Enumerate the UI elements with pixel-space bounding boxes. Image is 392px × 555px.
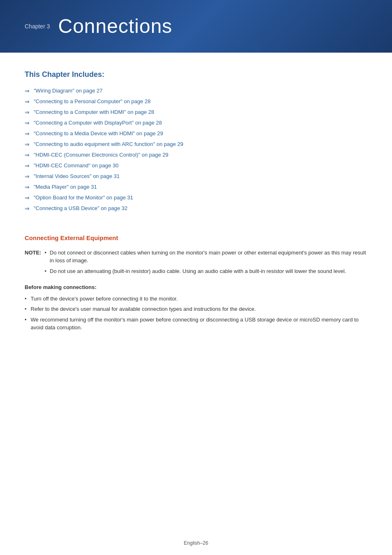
toc-arrow-icon: ⇒ <box>25 183 30 192</box>
toc-link-text: "Wiring Diagram" on page 27 <box>34 87 102 95</box>
toc-link-text: "Connecting a Computer with DisplayPort"… <box>34 119 162 127</box>
toc-heading: This Chapter Includes: <box>25 69 367 80</box>
chapter-header: Chapter 3 Connections <box>0 0 392 53</box>
toc-item: ⇒"Connecting to a Media Device with HDMI… <box>25 130 367 138</box>
toc-section: This Chapter Includes: ⇒"Wiring Diagram"… <box>25 69 367 213</box>
toc-item: ⇒"Connecting to a Personal Computer" on … <box>25 97 367 106</box>
main-content: This Chapter Includes: ⇒"Wiring Diagram"… <box>0 69 392 332</box>
note-label: NOTE: <box>25 249 41 278</box>
toc-link-text: "Connecting to audio equipment with ARC … <box>34 140 183 148</box>
toc-link-text: "Connecting to a Computer with HDMI" on … <box>34 108 154 116</box>
toc-arrow-icon: ⇒ <box>25 119 30 127</box>
toc-link-text: "Connecting to a Personal Computer" on p… <box>34 97 151 106</box>
toc-item: ⇒"Media Player" on page 31 <box>25 183 367 192</box>
before-item: Turn off the device's power before conne… <box>25 295 367 303</box>
toc-link-text: "Connecting a USB Device" on page 32 <box>34 204 127 213</box>
toc-item: ⇒"Connecting a Computer with DisplayPort… <box>25 119 367 127</box>
toc-arrow-icon: ⇒ <box>25 140 30 149</box>
toc-item: ⇒"Internal Video Sources" on page 31 <box>25 172 367 181</box>
toc-item: ⇒"Option Board for the Monitor" on page … <box>25 194 367 202</box>
toc-item: ⇒"Connecting a USB Device" on page 32 <box>25 204 367 213</box>
page-footer: English–26 <box>0 539 392 547</box>
section-heading: Connecting External Equipment <box>25 234 367 243</box>
toc-item: ⇒"Connecting to a Computer with HDMI" on… <box>25 108 367 117</box>
toc-link-text: "Media Player" on page 31 <box>34 183 97 191</box>
page: Chapter 3 Connections This Chapter Inclu… <box>0 0 392 555</box>
toc-arrow-icon: ⇒ <box>25 130 30 138</box>
toc-item: ⇒"HDMI-CEC (Consumer Electronics Control… <box>25 151 367 160</box>
chapter-label: Chapter 3 <box>25 22 50 31</box>
note-item: Do not use an attenuating (built-in resi… <box>44 267 367 275</box>
toc-arrow-icon: ⇒ <box>25 108 30 117</box>
toc-item: ⇒"Wiring Diagram" on page 27 <box>25 87 367 95</box>
before-heading: Before making connections: <box>25 283 367 291</box>
toc-link-text: "Option Board for the Monitor" on page 3… <box>34 194 133 202</box>
chapter-title: Connections <box>58 12 172 41</box>
before-list: Turn off the device's power before conne… <box>25 295 367 332</box>
toc-item: ⇒"HDMI-CEC Command" on page 30 <box>25 162 367 170</box>
toc-arrow-icon: ⇒ <box>25 87 30 95</box>
toc-link-text: "Connecting to a Media Device with HDMI"… <box>34 130 163 138</box>
before-item: We recommend turning off the monitor's m… <box>25 316 367 332</box>
connecting-section: Connecting External Equipment NOTE: Do n… <box>25 234 367 332</box>
toc-arrow-icon: ⇒ <box>25 97 30 106</box>
toc-link-text: "HDMI-CEC Command" on page 30 <box>34 162 118 170</box>
page-number: English–26 <box>184 540 208 546</box>
toc-list: ⇒"Wiring Diagram" on page 27⇒"Connecting… <box>25 87 367 213</box>
toc-item: ⇒"Connecting to audio equipment with ARC… <box>25 140 367 149</box>
toc-arrow-icon: ⇒ <box>25 172 30 181</box>
note-bullets: Do not connect or disconnect cables when… <box>44 249 367 278</box>
toc-arrow-icon: ⇒ <box>25 194 30 202</box>
toc-link-text: "Internal Video Sources" on page 31 <box>34 172 120 180</box>
toc-arrow-icon: ⇒ <box>25 204 30 213</box>
note-item: Do not connect or disconnect cables when… <box>44 249 367 265</box>
toc-arrow-icon: ⇒ <box>25 151 30 160</box>
before-item: Refer to the device's user manual for av… <box>25 305 367 313</box>
note-block: NOTE: Do not connect or disconnect cable… <box>25 249 367 278</box>
toc-link-text: "HDMI-CEC (Consumer Electronics Control)… <box>34 151 168 159</box>
toc-arrow-icon: ⇒ <box>25 162 30 170</box>
